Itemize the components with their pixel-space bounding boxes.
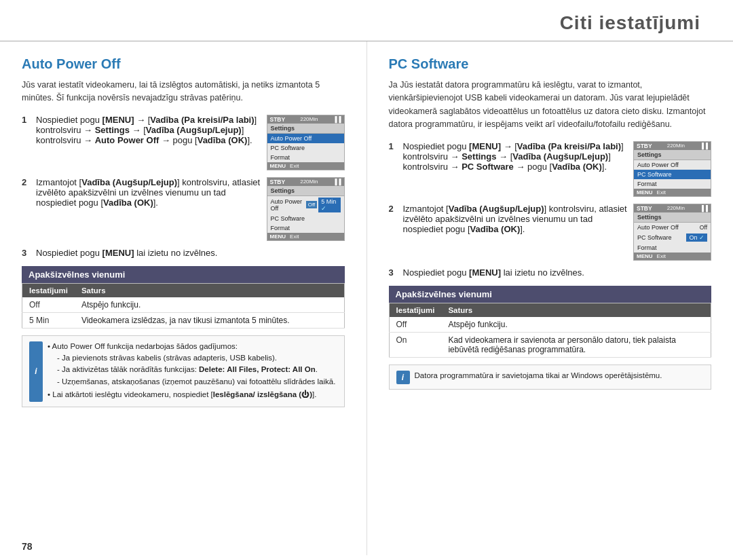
note-content: Auto Power Off funkcija nedarbojas šādos… (48, 341, 337, 402)
right-step-3: 3 Nospiediet pogu [MENU] lai izietu no i… (389, 267, 712, 278)
step-2-text: Izmantojot [Vadība (Augšup/Lejup)] kontr… (403, 204, 628, 234)
step-number: 3 (22, 248, 31, 258)
left-step-3: 3 Nospiediet pogu [MENU] lai izietu no i… (22, 248, 345, 258)
page-title: Citi iestatījumi (33, 12, 700, 34)
col-header-settings: Iestatījumi (389, 303, 441, 317)
step-number: 3 (389, 267, 398, 278)
left-section-title: Auto Power Off (22, 56, 345, 72)
right-step-1-screen: STBY 220Min ▐▐ Settings Auto Power Off P… (633, 141, 711, 197)
step-1-text: Nospiediet pogu [MENU] → [Vadība (Pa kre… (403, 141, 628, 172)
table-row: Off Atspējo funkciju. (22, 297, 345, 313)
list-item: Lai atkārtoti ieslēgtu videokameru, nosp… (48, 389, 337, 400)
left-intro: Jūs varat iestatīt videokameru, lai tā i… (22, 79, 345, 105)
left-submenu-table: Iestatījumi Saturs Off Atspējo funkciju.… (22, 283, 345, 329)
table-cell: Videokamera izslēdzas, ja nav tikusi izm… (75, 312, 344, 328)
table-row: 5 Min Videokamera izslēdzas, ja nav tiku… (22, 312, 345, 328)
list-item: Ja aktivizētas tālāk norādītās funkcijas… (57, 364, 337, 375)
step-3-text: Nospiediet pogu [MENU] lai izietu no izv… (36, 248, 345, 258)
right-note: i Datora programmatūra ir savietojama ti… (389, 365, 712, 390)
step-1-content: Nospiediet pogu [MENU] → [Vadība (Pa kre… (36, 115, 345, 170)
col-header-settings: Iestatījumi (22, 283, 75, 297)
table-row: Off Atspējo funkciju. (389, 317, 711, 333)
table-cell: Off (389, 317, 441, 333)
right-submenu-table: Iestatījumi Saturs Off Atspējo funkciju.… (389, 303, 712, 358)
note-icon: i (29, 341, 43, 402)
step-1-content: Nospiediet pogu [MENU] → [Vadība (Pa kre… (403, 141, 712, 197)
left-column: Auto Power Off Jūs varat iestatīt videok… (0, 41, 367, 555)
left-note: i Auto Power Off funkcija nedarbojas šād… (22, 335, 345, 407)
right-submenu-title: Apakšizvēlnes vienumi (389, 286, 712, 303)
left-step-1-screen: STBY 220Min ▐▐ Settings Auto Power Off P… (267, 115, 345, 170)
table-cell: On (389, 332, 441, 357)
right-step-1: 1 Nospiediet pogu [MENU] → [Vadība (Pa k… (389, 141, 712, 197)
table-cell: 5 Min (22, 312, 75, 328)
step-number: 1 (389, 141, 398, 197)
right-step-2: 2 Izmantojot [Vadība (Augšup/Lejup)] kon… (389, 204, 712, 261)
step-number: 1 (22, 115, 31, 170)
left-step-2: 2 Izmantojot [Vadība (Augšup/Lejup)] kon… (22, 177, 345, 241)
right-steps: 1 Nospiediet pogu [MENU] → [Vadība (Pa k… (389, 141, 712, 278)
left-step-1: 1 Nospiediet pogu [MENU] → [Vadība (Pa k… (22, 115, 345, 170)
step-2-content: Izmantojot [Vadība (Augšup/Lejup)] kontr… (36, 177, 345, 241)
step-3-text: Nospiediet pogu [MENU] lai izietu no izv… (403, 267, 712, 278)
left-submenu-title: Apakšizvēlnes vienumi (22, 266, 345, 283)
left-step-2-screen: STBY 220Min ▐▐ Settings Auto Power Off O… (267, 177, 345, 241)
table-row: On Kad videokamera ir savienota ar perso… (389, 332, 711, 357)
table-cell: Off (22, 297, 75, 313)
right-column: PC Software Ja Jūs iestatāt datora progr… (367, 41, 734, 555)
right-intro: Ja Jūs iestatāt datora programmatūru kā … (389, 79, 712, 132)
note-text: Datora programmatūra ir savietojama tika… (415, 371, 662, 379)
note-icon: i (396, 371, 410, 384)
page-header: Citi iestatījumi (0, 0, 733, 41)
right-step-2-screen: STBY 220Min ▐▐ Settings Auto Power Off O… (633, 204, 711, 261)
page-number: 78 (22, 541, 33, 552)
table-cell: Atspējo funkciju. (441, 317, 711, 333)
list-item: Ja pievienots strāvas kabelis (strāvas a… (57, 352, 337, 364)
step-2-content: Izmantojot [Vadība (Augšup/Lejup)] kontr… (403, 204, 712, 261)
step-1-text: Nospiediet pogu [MENU] → [Vadība (Pa kre… (36, 115, 261, 145)
list-item: Uzņemšanas, atskaņošanas (izņemot pauzēš… (57, 376, 337, 388)
col-header-saturs: Saturs (75, 283, 344, 297)
list-item: Auto Power Off funkcija nedarbojas šādos… (48, 341, 337, 388)
content-area: Auto Power Off Jūs varat iestatīt videok… (0, 41, 733, 555)
table-cell: Atspējo funkciju. (75, 297, 344, 313)
right-section-title: PC Software (389, 56, 712, 72)
left-steps: 1 Nospiediet pogu [MENU] → [Vadība (Pa k… (22, 115, 345, 258)
table-cell: Kad videokamera ir savienota ar personāl… (441, 332, 711, 357)
note-content: Datora programmatūra ir savietojama tika… (415, 370, 704, 384)
step-2-text: Izmantojot [Vadība (Augšup/Lejup)] kontr… (36, 177, 261, 208)
step-number: 2 (22, 177, 31, 241)
step-number: 2 (389, 204, 398, 261)
col-header-saturs: Saturs (441, 303, 711, 317)
